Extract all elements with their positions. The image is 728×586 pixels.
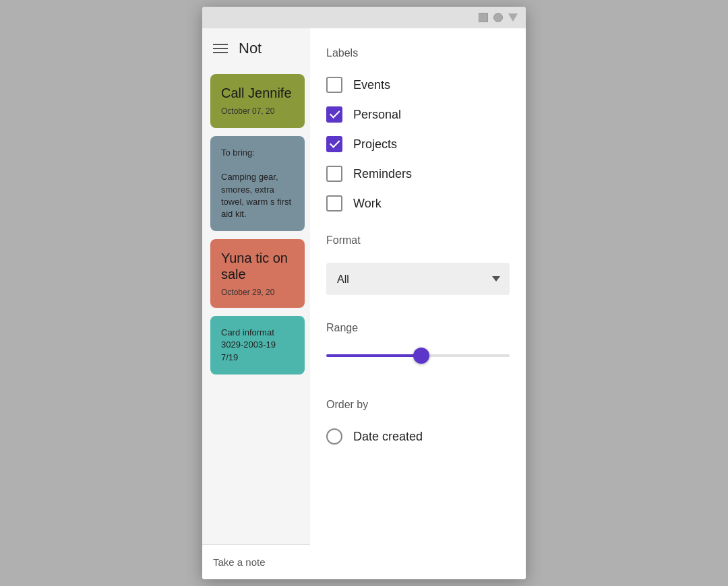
menu-button[interactable] — [213, 44, 228, 53]
divider-1 — [326, 218, 510, 234]
work-label: Work — [353, 197, 382, 211]
order-date-created-item[interactable]: Date created — [326, 422, 510, 451]
order-section: Order by Date created — [326, 399, 510, 451]
divider-3 — [326, 366, 510, 383]
format-section-title: Format — [326, 234, 510, 247]
filter-panel: Labels Events Personal Projects Reminder… — [310, 28, 526, 579]
events-label: Events — [353, 78, 390, 92]
order-section-title: Order by — [326, 399, 510, 411]
note-title: Call Jennife — [221, 85, 294, 101]
reminders-label: Reminders — [353, 167, 412, 181]
labels-section-title: Labels — [326, 47, 510, 59]
date-created-label: Date created — [353, 430, 423, 444]
note-content: Card informat3029-2003-19 7/19 — [221, 327, 294, 364]
range-slider-wrapper — [326, 345, 510, 366]
list-item[interactable]: Card informat3029-2003-19 7/19 — [210, 316, 305, 375]
window-btn-square[interactable] — [479, 13, 488, 22]
format-select[interactable]: All Text List Drawing — [326, 263, 510, 295]
personal-label: Personal — [353, 108, 401, 122]
events-checkbox[interactable] — [326, 77, 342, 93]
range-section: Range — [326, 322, 510, 366]
app-title: Not — [239, 40, 262, 57]
label-events-item[interactable]: Events — [326, 70, 510, 100]
reminders-checkbox[interactable] — [326, 166, 342, 182]
projects-label: Projects — [353, 137, 397, 152]
personal-checkbox[interactable] — [326, 106, 342, 123]
label-projects-item[interactable]: Projects — [326, 129, 510, 159]
title-bar — [202, 7, 526, 28]
divider-2 — [326, 300, 510, 317]
label-reminders-item[interactable]: Reminders — [326, 159, 510, 189]
note-date: October 29, 20 — [221, 288, 294, 297]
list-item[interactable]: To bring:Camping gear, smores, extra tow… — [210, 136, 305, 231]
list-item[interactable]: Call Jennife October 07, 20 — [210, 74, 305, 128]
work-checkbox[interactable] — [326, 195, 342, 211]
projects-checkbox[interactable] — [326, 136, 342, 152]
window-btn-circle[interactable] — [493, 13, 503, 22]
label-work-item[interactable]: Work — [326, 189, 510, 218]
take-note-label: Take a note — [213, 556, 266, 568]
app-window: Not Call Jennife October 07, 20 To bring… — [202, 7, 526, 579]
list-item[interactable]: Yuna tic on sale October 29, 20 — [210, 239, 305, 308]
format-select-wrapper: All Text List Drawing — [326, 263, 510, 295]
label-personal-item[interactable]: Personal — [326, 100, 510, 129]
note-content: To bring:Camping gear, smores, extra tow… — [221, 147, 294, 220]
note-title: Yuna tic on sale — [221, 250, 294, 282]
note-date: October 07, 20 — [221, 106, 294, 116]
window-btn-triangle[interactable] — [508, 13, 518, 22]
date-created-radio[interactable] — [326, 428, 342, 445]
range-section-title: Range — [326, 322, 510, 334]
